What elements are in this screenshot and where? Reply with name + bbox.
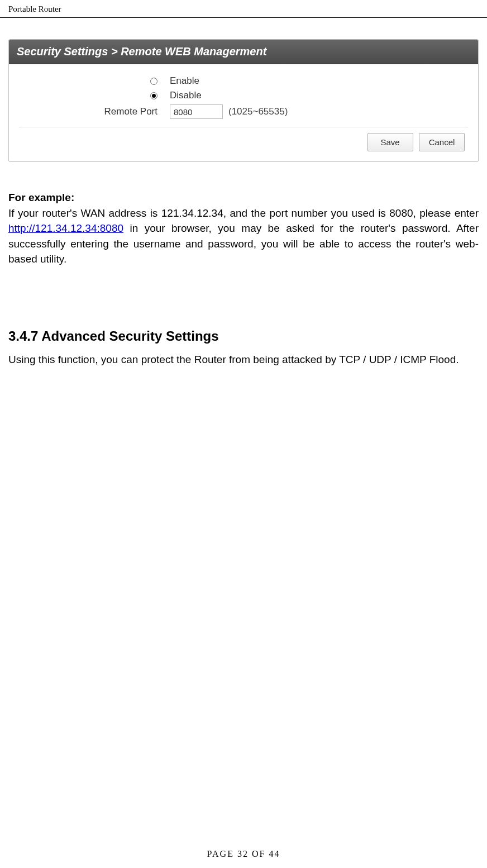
button-row: Save Cancel xyxy=(19,133,468,151)
enable-row: Enable xyxy=(19,75,468,87)
cancel-button[interactable]: Cancel xyxy=(419,133,465,151)
panel-divider xyxy=(19,127,468,127)
remote-web-management-panel: Security Settings > Remote WEB Managerme… xyxy=(8,39,479,162)
example-paragraph: If your router's WAN address is 121.34.1… xyxy=(8,206,479,267)
enable-label: Enable xyxy=(170,75,199,87)
example-link[interactable]: http://121.34.12.34:8080 xyxy=(8,222,123,234)
save-button[interactable]: Save xyxy=(367,133,413,151)
panel-body: Enable Disable Remote Port (1025~65535) … xyxy=(9,64,478,161)
example-text-before: If your router's WAN address is 121.34.1… xyxy=(8,207,479,219)
section-body: Using this function, you can protect the… xyxy=(8,352,479,368)
remote-port-label: Remote Port xyxy=(19,106,170,117)
page-header-title: Portable Router xyxy=(8,4,61,13)
remote-port-input[interactable] xyxy=(170,104,223,119)
remote-port-row: Remote Port (1025~65535) xyxy=(19,104,468,119)
example-heading: For example: xyxy=(8,190,479,206)
remote-port-hint: (1025~65535) xyxy=(228,106,288,117)
enable-radio-cell xyxy=(19,75,170,87)
page-footer: PAGE 32 OF 44 xyxy=(0,849,487,859)
page-number: PAGE 32 OF 44 xyxy=(207,849,280,859)
disable-row: Disable xyxy=(19,90,468,101)
page-header: Portable Router xyxy=(0,0,487,18)
panel-breadcrumb: Security Settings > Remote WEB Managerme… xyxy=(9,40,478,64)
disable-radio[interactable] xyxy=(150,92,157,99)
enable-radio[interactable] xyxy=(150,78,157,85)
page-content: Security Settings > Remote WEB Managerme… xyxy=(0,18,487,367)
section-heading: 3.4.7 Advanced Security Settings xyxy=(8,328,479,344)
disable-label: Disable xyxy=(170,90,202,101)
disable-radio-cell xyxy=(19,90,170,101)
